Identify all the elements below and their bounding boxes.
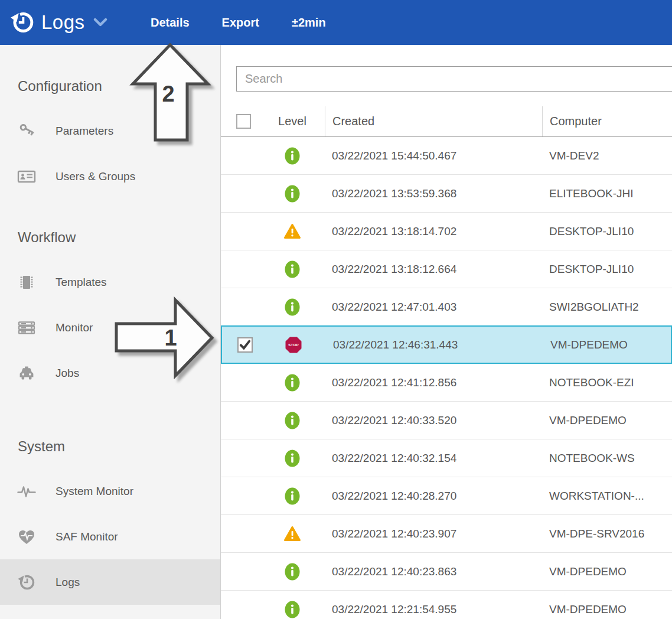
sidebar-section-heading: System: [18, 438, 220, 455]
sidebar-item-label: Logs: [56, 576, 80, 589]
sidebar-item-monitor[interactable]: Monitor: [0, 305, 220, 350]
created-cell: 03/22/2021 12:40:23.907: [325, 527, 542, 540]
row-checkbox[interactable]: [237, 337, 253, 353]
computer-cell: ELITEBOOK-JHI: [542, 187, 672, 200]
sidebar-item-label: Monitor: [56, 321, 93, 334]
computer-cell: VM-DPEDEMO: [543, 338, 671, 351]
sidebar-item-label: System Monitor: [56, 485, 133, 498]
select-all-checkbox[interactable]: [236, 114, 251, 129]
created-cell: 03/22/2021 12:46:31.443: [326, 338, 543, 351]
info-icon: [285, 563, 300, 581]
info-icon: [285, 147, 300, 165]
table-row[interactable]: 03/22/2021 12:40:23.907 VM-DPE-SRV2016: [221, 515, 672, 553]
info-icon: [285, 260, 300, 278]
sidebar-section: System System Monitor SAF Monitor Logs: [0, 438, 220, 605]
created-cell: 03/22/2021 13:18:12.664: [325, 263, 542, 276]
pulse-icon: [17, 482, 36, 501]
info-icon: [285, 449, 300, 467]
table-row[interactable]: 03/22/2021 12:40:23.863 VM-DPEDEMO: [221, 553, 672, 591]
computer-cell: NOTEBOOK-WS: [542, 452, 672, 465]
sidebar-item-jobs[interactable]: Jobs: [0, 350, 220, 396]
column-header-computer[interactable]: Computer: [542, 106, 672, 136]
sidebar-item-label: Jobs: [56, 367, 79, 380]
table-row[interactable]: 03/22/2021 13:53:59.368 ELITEBOOK-JHI: [221, 175, 672, 213]
info-icon: [285, 298, 300, 316]
menu-item-export[interactable]: Export: [222, 16, 259, 30]
computer-cell: VM-DPEDEMO: [542, 414, 672, 427]
sidebar-section-heading: Workflow: [18, 229, 220, 246]
table-body: 03/22/2021 15:44:50.467 VM-DEV2 03/22/20…: [221, 137, 672, 619]
info-icon: [285, 185, 300, 203]
history-icon: [17, 573, 36, 592]
chip-icon: [17, 273, 36, 292]
info-icon: [285, 601, 300, 618]
stop-icon: STOP: [285, 336, 302, 354]
created-cell: 03/22/2021 12:40:32.154: [325, 452, 542, 465]
sidebar-item-parameters[interactable]: Parameters: [0, 108, 220, 154]
key-icon: [17, 122, 36, 141]
car-icon: [17, 364, 36, 383]
sidebar-item-label: Users & Groups: [56, 170, 135, 183]
computer-cell: WORKSTATION-...: [542, 490, 672, 503]
search-input[interactable]: [236, 66, 672, 92]
warning-icon: [283, 223, 301, 239]
sidebar-item-system-monitor[interactable]: System Monitor: [0, 468, 220, 514]
table-row[interactable]: 03/22/2021 12:47:01.403 SWI2BGOLIATH2: [221, 288, 672, 326]
computer-cell: VM-DPEDEMO: [542, 565, 672, 578]
logs-history-icon: [9, 9, 35, 35]
table-row[interactable]: 03/22/2021 13:18:12.664 DESKTOP-JLI10: [221, 250, 672, 288]
sidebar-section-heading: Configuration: [18, 77, 220, 95]
computer-cell: VM-DEV2: [542, 149, 672, 162]
heart-pulse-icon: [17, 527, 36, 546]
table-row[interactable]: 03/22/2021 12:40:32.154 NOTEBOOK-WS: [221, 439, 672, 477]
table-row[interactable]: 03/22/2021 12:21:54.955 VM-DPEDEMO: [221, 591, 672, 619]
svg-text:STOP: STOP: [288, 343, 299, 347]
id-card-icon: [17, 167, 36, 186]
table-header: Level Created Computer: [221, 106, 672, 137]
created-cell: 03/22/2021 13:53:59.368: [325, 187, 542, 200]
sidebar-item-label: SAF Monitor: [56, 530, 118, 543]
topbar: Logs DetailsExport±2min: [0, 0, 672, 45]
computer-cell: VM-DPE-SRV2016: [542, 527, 672, 540]
info-icon: [285, 487, 300, 505]
log-table-panel: Level Created Computer 03/22/2021 15:44:…: [221, 45, 672, 619]
sidebar-item-users-groups[interactable]: Users & Groups: [0, 154, 220, 199]
computer-cell: VM-DPEDEMO: [542, 603, 672, 616]
topbar-menu: DetailsExport±2min: [151, 0, 326, 45]
computer-cell: SWI2BGOLIATH2: [542, 301, 672, 314]
created-cell: 03/22/2021 12:40:23.863: [325, 565, 542, 578]
sidebar-item-templates[interactable]: Templates: [0, 259, 220, 305]
created-cell: 03/22/2021 12:21:54.955: [325, 603, 542, 616]
app-title[interactable]: Logs: [41, 11, 85, 34]
created-cell: 03/22/2021 12:41:12.856: [325, 376, 542, 389]
sidebar-section: Configuration Parameters Users & Groups: [0, 77, 220, 199]
sidebar-item-saf-monitor[interactable]: SAF Monitor: [0, 514, 220, 559]
table-row[interactable]: STOP 03/22/2021 12:46:31.443 VM-DPEDEMO: [221, 325, 672, 364]
computer-cell: DESKTOP-JLI10: [542, 263, 672, 276]
chevron-down-icon[interactable]: [93, 16, 107, 29]
table-row[interactable]: 03/22/2021 15:44:50.467 VM-DEV2: [221, 137, 672, 175]
created-cell: 03/22/2021 12:40:28.270: [325, 490, 542, 503]
sidebar: Configuration Parameters Users & Groups …: [0, 45, 221, 619]
created-cell: 03/22/2021 12:47:01.403: [325, 301, 542, 314]
column-header-level[interactable]: Level: [260, 106, 325, 136]
column-header-created[interactable]: Created: [325, 106, 542, 136]
table-row[interactable]: 03/22/2021 12:40:33.520 VM-DPEDEMO: [221, 402, 672, 439]
sidebar-item-label: Templates: [56, 276, 107, 289]
sidebar-item-label: Parameters: [56, 125, 113, 138]
created-cell: 03/22/2021 13:18:14.702: [325, 225, 542, 238]
info-icon: [285, 412, 300, 429]
menu-item-details[interactable]: Details: [151, 16, 190, 30]
table-row[interactable]: 03/22/2021 12:40:28.270 WORKSTATION-...: [221, 477, 672, 515]
info-icon: [285, 374, 300, 392]
menu-item-2min[interactable]: ±2min: [292, 16, 326, 30]
server-icon: [17, 318, 36, 337]
created-cell: 03/22/2021 15:44:50.467: [325, 149, 542, 162]
sidebar-item-logs[interactable]: Logs: [0, 559, 220, 605]
computer-cell: NOTEBOOK-EZI: [542, 376, 672, 389]
table-row[interactable]: 03/22/2021 12:41:12.856 NOTEBOOK-EZI: [221, 364, 672, 402]
table-row[interactable]: 03/22/2021 13:18:14.702 DESKTOP-JLI10: [221, 213, 672, 250]
created-cell: 03/22/2021 12:40:33.520: [325, 414, 542, 427]
computer-cell: DESKTOP-JLI10: [542, 225, 672, 238]
sidebar-section: Workflow Templates Monitor Jobs: [0, 229, 220, 396]
